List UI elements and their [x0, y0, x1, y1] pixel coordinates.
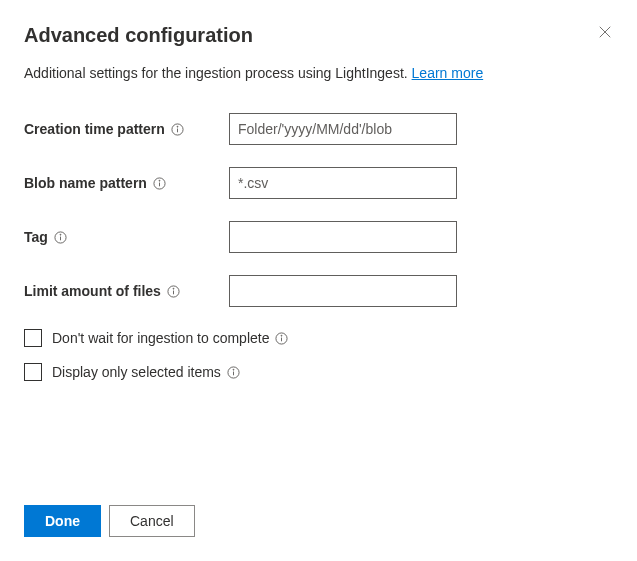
limit-files-label-text: Limit amount of files	[24, 283, 161, 299]
creation-time-row: Creation time pattern	[24, 113, 613, 145]
dont-wait-checkbox[interactable]	[24, 329, 42, 347]
display-selected-row: Display only selected items	[24, 363, 613, 381]
info-icon[interactable]	[167, 285, 180, 298]
svg-point-19	[233, 369, 234, 370]
blob-name-label-text: Blob name pattern	[24, 175, 147, 191]
dialog-title: Advanced configuration	[24, 24, 253, 47]
dialog-header: Advanced configuration	[24, 24, 613, 47]
svg-point-10	[60, 234, 61, 235]
tag-label: Tag	[24, 229, 229, 245]
info-icon[interactable]	[153, 177, 166, 190]
display-selected-label-text: Display only selected items	[52, 364, 221, 380]
tag-input[interactable]	[229, 221, 457, 253]
svg-point-13	[173, 288, 174, 289]
close-icon	[598, 25, 612, 39]
svg-point-16	[281, 335, 282, 336]
limit-files-label: Limit amount of files	[24, 283, 229, 299]
cancel-button[interactable]: Cancel	[109, 505, 195, 537]
dialog-subtitle: Additional settings for the ingestion pr…	[24, 65, 613, 81]
blob-name-label: Blob name pattern	[24, 175, 229, 191]
blob-name-input[interactable]	[229, 167, 457, 199]
svg-point-7	[159, 180, 160, 181]
blob-name-row: Blob name pattern	[24, 167, 613, 199]
subtitle-text: Additional settings for the ingestion pr…	[24, 65, 412, 81]
creation-time-input[interactable]	[229, 113, 457, 145]
tag-row: Tag	[24, 221, 613, 253]
display-selected-label: Display only selected items	[52, 364, 240, 380]
dont-wait-label-text: Don't wait for ingestion to complete	[52, 330, 269, 346]
creation-time-label-text: Creation time pattern	[24, 121, 165, 137]
limit-files-row: Limit amount of files	[24, 275, 613, 307]
info-icon[interactable]	[227, 366, 240, 379]
dont-wait-row: Don't wait for ingestion to complete	[24, 329, 613, 347]
dont-wait-label: Don't wait for ingestion to complete	[52, 330, 288, 346]
info-icon[interactable]	[275, 332, 288, 345]
learn-more-link[interactable]: Learn more	[412, 65, 484, 81]
info-icon[interactable]	[171, 123, 184, 136]
display-selected-checkbox[interactable]	[24, 363, 42, 381]
close-button[interactable]	[597, 24, 613, 40]
limit-files-input[interactable]	[229, 275, 457, 307]
done-button[interactable]: Done	[24, 505, 101, 537]
checkboxes-section: Don't wait for ingestion to complete Dis…	[24, 329, 613, 381]
dialog-footer: Done Cancel	[24, 505, 195, 537]
tag-label-text: Tag	[24, 229, 48, 245]
info-icon[interactable]	[54, 231, 67, 244]
creation-time-label: Creation time pattern	[24, 121, 229, 137]
svg-point-4	[177, 126, 178, 127]
